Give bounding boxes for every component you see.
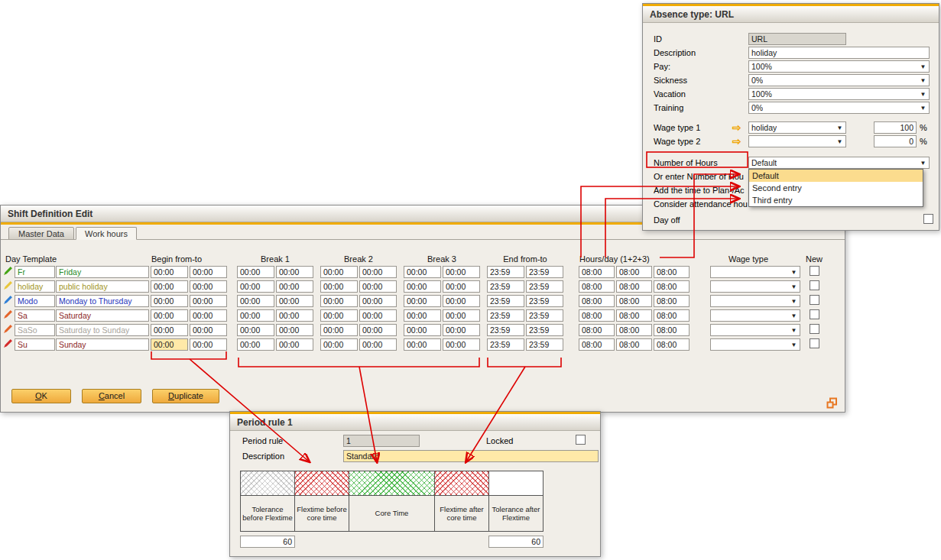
break2-from-field[interactable]: 00:00 xyxy=(320,309,358,322)
begin-to-field[interactable]: 00:00 xyxy=(190,295,227,307)
day-code-field[interactable]: Sa xyxy=(15,309,55,322)
cancel-button[interactable]: Cancel xyxy=(82,389,141,403)
chevron-down-icon[interactable]: ▼ xyxy=(919,61,927,72)
hours-day-field-2[interactable]: 08:00 xyxy=(616,280,652,293)
tolerance-before-field[interactable]: 60 xyxy=(240,536,295,548)
number-of-hours-select[interactable]: Default▼ xyxy=(748,157,930,169)
break1-to-field[interactable]: 00:00 xyxy=(276,280,313,293)
period-description-field[interactable]: Standard xyxy=(343,450,599,462)
new-checkbox[interactable] xyxy=(810,266,819,276)
wage-type-select[interactable]: ▼ xyxy=(710,266,800,278)
wage-type-select[interactable]: ▼ xyxy=(710,309,800,322)
end-to-field[interactable]: 23:59 xyxy=(526,266,563,278)
dropdown-option-third-entry[interactable]: Third entry xyxy=(749,194,923,206)
break2-to-field[interactable]: 00:00 xyxy=(359,309,397,322)
end-from-field[interactable]: 23:59 xyxy=(487,309,524,322)
hours-day-field-3[interactable]: 08:00 xyxy=(654,266,690,278)
break3-from-field[interactable]: 00:00 xyxy=(404,338,441,351)
begin-from-field[interactable]: 00:00 xyxy=(151,280,188,293)
chevron-down-icon[interactable]: ▼ xyxy=(790,281,798,292)
wage-type-2-percent-field[interactable]: 0 xyxy=(874,135,917,147)
ok-button[interactable]: OK xyxy=(11,389,71,403)
hours-day-field-1[interactable]: 08:00 xyxy=(579,295,615,307)
duplicate-button[interactable]: Duplicate xyxy=(152,389,219,403)
wage-type-select[interactable]: ▼ xyxy=(710,338,800,351)
chevron-down-icon[interactable]: ▼ xyxy=(790,310,798,321)
break2-from-field[interactable]: 00:00 xyxy=(320,295,358,307)
break2-from-field[interactable]: 00:00 xyxy=(320,324,358,336)
break3-to-field[interactable]: 00:00 xyxy=(443,309,480,322)
end-to-field[interactable]: 23:59 xyxy=(526,280,563,293)
end-from-field[interactable]: 23:59 xyxy=(487,266,524,278)
end-to-field[interactable]: 23:59 xyxy=(526,338,563,351)
chevron-down-icon[interactable]: ▼ xyxy=(919,157,927,168)
hours-day-field-3[interactable]: 08:00 xyxy=(654,295,690,307)
tab-master-data[interactable]: Master Data xyxy=(8,227,74,240)
break2-to-field[interactable]: 00:00 xyxy=(359,280,397,293)
chevron-down-icon[interactable]: ▼ xyxy=(836,122,844,133)
day-code-field[interactable]: Modo xyxy=(15,295,55,307)
break3-from-field[interactable]: 00:00 xyxy=(404,295,441,307)
break1-from-field[interactable]: 00:00 xyxy=(237,324,274,336)
wage-type-select[interactable]: ▼ xyxy=(710,295,800,307)
wage-type-select[interactable]: ▼ xyxy=(710,324,800,336)
begin-from-field[interactable]: 00:00 xyxy=(151,266,188,278)
break2-to-field[interactable]: 00:00 xyxy=(359,295,397,307)
wage-type-select[interactable]: ▼ xyxy=(710,280,800,293)
training-select[interactable]: 0%▼ xyxy=(748,102,930,114)
sickness-select[interactable]: 0%▼ xyxy=(748,74,930,86)
hours-day-field-3[interactable]: 08:00 xyxy=(654,280,690,293)
hours-day-field-2[interactable]: 08:00 xyxy=(616,295,652,307)
break3-to-field[interactable]: 00:00 xyxy=(443,280,480,293)
link-arrow-icon[interactable]: ⇨ xyxy=(732,122,741,134)
end-from-field[interactable]: 23:59 xyxy=(487,338,524,351)
chevron-down-icon[interactable]: ▼ xyxy=(790,339,798,350)
break1-from-field[interactable]: 00:00 xyxy=(237,295,274,307)
break3-from-field[interactable]: 00:00 xyxy=(404,324,441,336)
begin-to-field[interactable]: 00:00 xyxy=(190,280,227,293)
day-code-field[interactable]: Fr xyxy=(15,266,55,278)
description-field[interactable]: holiday xyxy=(748,47,930,59)
day-name-field[interactable]: Monday to Thursday xyxy=(56,295,149,307)
begin-to-field[interactable]: 00:00 xyxy=(190,266,227,278)
new-checkbox[interactable] xyxy=(810,324,819,334)
dropdown-option-default[interactable]: Default xyxy=(749,170,923,182)
hours-day-field-3[interactable]: 08:00 xyxy=(654,324,690,336)
break1-to-field[interactable]: 00:00 xyxy=(276,266,313,278)
hours-day-field-2[interactable]: 08:00 xyxy=(616,309,652,322)
hours-day-field-3[interactable]: 08:00 xyxy=(654,309,690,322)
break3-to-field[interactable]: 00:00 xyxy=(443,338,480,351)
new-checkbox[interactable] xyxy=(810,309,819,319)
break3-from-field[interactable]: 00:00 xyxy=(404,280,441,293)
end-from-field[interactable]: 23:59 xyxy=(487,280,524,293)
break1-from-field[interactable]: 00:00 xyxy=(237,309,274,322)
end-to-field[interactable]: 23:59 xyxy=(526,324,563,336)
chevron-down-icon[interactable]: ▼ xyxy=(919,75,927,86)
day-name-field[interactable]: public holiday xyxy=(56,280,149,293)
wage-type-1-percent-field[interactable]: 100 xyxy=(874,121,917,134)
form-settings-icon[interactable] xyxy=(826,397,838,410)
hours-day-field-1[interactable]: 08:00 xyxy=(579,338,615,351)
chevron-down-icon[interactable]: ▼ xyxy=(919,89,927,99)
chevron-down-icon[interactable]: ▼ xyxy=(836,136,844,147)
hours-day-field-2[interactable]: 08:00 xyxy=(616,266,652,278)
link-arrow-icon[interactable]: ⇨ xyxy=(732,136,741,147)
tolerance-after-field[interactable]: 60 xyxy=(488,536,544,548)
locked-checkbox[interactable] xyxy=(576,435,586,445)
break1-from-field[interactable]: 00:00 xyxy=(237,280,274,293)
break2-from-field[interactable]: 00:00 xyxy=(320,266,358,278)
begin-to-field[interactable]: 00:00 xyxy=(190,309,227,322)
break1-to-field[interactable]: 00:00 xyxy=(276,309,313,322)
day-code-field[interactable]: holiday xyxy=(15,280,55,293)
begin-from-field[interactable]: 00:00 xyxy=(151,324,188,336)
break1-from-field[interactable]: 00:00 xyxy=(237,266,274,278)
day-off-checkbox[interactable] xyxy=(923,214,933,224)
new-checkbox[interactable] xyxy=(810,338,819,348)
break1-from-field[interactable]: 00:00 xyxy=(237,338,274,351)
begin-from-field[interactable]: 00:00 xyxy=(151,295,188,307)
wage-type-2-select[interactable]: ▼ xyxy=(748,135,846,147)
break1-to-field[interactable]: 00:00 xyxy=(276,338,313,351)
begin-to-field[interactable]: 00:00 xyxy=(190,338,227,351)
hours-day-field-1[interactable]: 08:00 xyxy=(579,266,615,278)
day-name-field[interactable]: Saturday xyxy=(56,309,149,322)
